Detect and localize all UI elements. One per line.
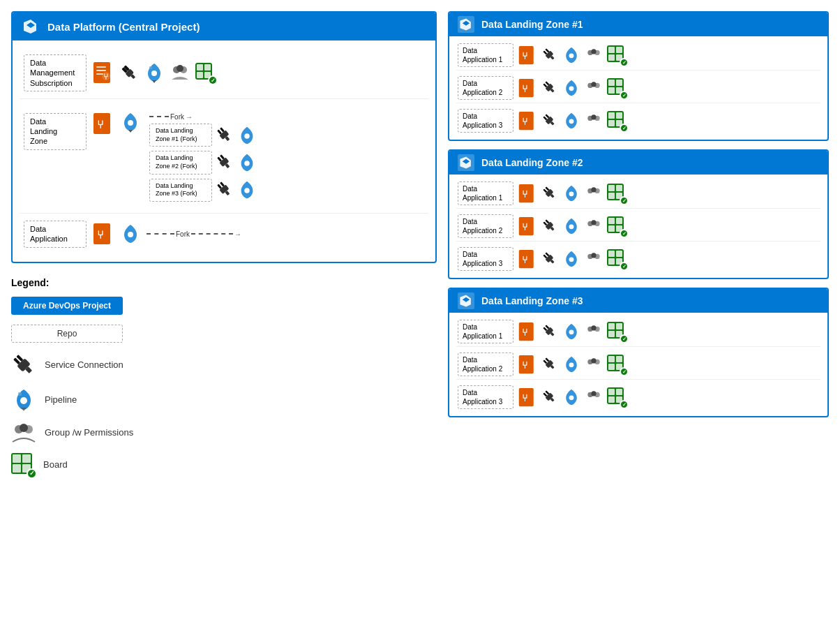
svg-point-63 — [569, 53, 574, 58]
fork-box-2: Data LandingZone #2 (Fork) — [149, 151, 212, 174]
lz1-app3-label: DataApplication 3 — [458, 109, 513, 133]
svg-rect-130 — [616, 218, 622, 224]
lz3-app1-board: ✓ — [607, 322, 627, 341]
landing-zone-2-header: Data Landing Zone #2 — [449, 151, 827, 175]
repo-icon-landing: ⑂ — [92, 112, 114, 135]
repo-icon-app: ⑂ — [92, 222, 114, 246]
lz3-app3-group — [585, 389, 603, 405]
plug-icon-mgmt — [120, 64, 138, 82]
svg-point-78 — [569, 86, 574, 91]
rocket-fork-2 — [237, 153, 257, 172]
lz2-app1-plug — [541, 185, 558, 202]
lz1-app-3: DataApplication 3 ⑂ ✓ — [456, 106, 820, 135]
plug-fork-1 — [215, 126, 234, 145]
lz3-app3-plug — [541, 389, 558, 406]
lz3-apps: DataApplication 1 ⑂ ✓ DataApplication 2 … — [449, 313, 827, 416]
svg-text:⑂: ⑂ — [97, 229, 104, 241]
fork-branch-2: Data LandingZone #2 (Fork) — [149, 151, 257, 174]
lz3-app2-label: DataApplication 2 — [458, 352, 513, 376]
fork-box-3: Data LandingZone #3 (Fork) — [149, 179, 212, 202]
group-icon-mgmt — [170, 64, 190, 81]
svg-rect-2 — [96, 66, 106, 68]
lz1-app3-rocket — [562, 112, 580, 130]
svg-point-93 — [569, 119, 574, 124]
lz1-app1-group — [585, 47, 603, 63]
svg-rect-114 — [608, 185, 615, 191]
lz2-app1-board: ✓ — [607, 184, 627, 203]
lz2-app3-label: DataApplication 3 — [458, 247, 513, 271]
lz2-app2-group — [585, 218, 603, 234]
svg-rect-83 — [608, 80, 615, 86]
lz2-app2-repo: ⑂ — [518, 216, 537, 237]
svg-point-173 — [591, 358, 596, 363]
fork-branch-3: Data LandingZone #3 (Fork) — [149, 179, 257, 202]
rocket-fork-1 — [237, 126, 257, 145]
svg-point-46 — [20, 397, 27, 404]
lz1-app2-label: DataApplication 2 — [458, 76, 513, 100]
svg-rect-3 — [96, 70, 106, 71]
lz2-app2-board: ✓ — [607, 216, 627, 236]
pipeline-legend-icon — [11, 387, 36, 413]
lz3-app-1: DataApplication 1 ⑂ ✓ — [456, 317, 820, 347]
svg-rect-24 — [217, 129, 222, 134]
legend-azure-devops: Azure DevOps Project — [11, 297, 437, 315]
svg-point-185 — [569, 395, 574, 400]
svg-point-41 — [128, 232, 133, 237]
lz3-app2-group — [585, 357, 603, 372]
legend-pipeline: Pipeline — [11, 387, 437, 413]
svg-rect-177 — [608, 364, 615, 370]
landing-zone-1-header: Data Landing Zone #1 — [449, 13, 827, 36]
svg-rect-69 — [616, 47, 622, 53]
lz1-app1-label: DataApplication 1 — [458, 43, 513, 67]
lz2-app3-repo: ⑂ — [518, 248, 537, 269]
svg-rect-176 — [616, 356, 622, 362]
svg-point-158 — [591, 325, 596, 330]
svg-rect-12 — [149, 66, 152, 69]
main-container: Data Platform (Central Project) DataMana… — [11, 11, 829, 477]
plug-fork-3 — [215, 180, 234, 200]
svg-text:⑂: ⑂ — [522, 359, 527, 371]
legend-service-conn: Service Connection — [11, 352, 437, 378]
fork-branch-1: Data LandingZone #1 (Fork) — [149, 124, 257, 147]
legend-group: Group /w Permissions — [11, 422, 437, 443]
lz3-app2-repo: ⑂ — [518, 354, 537, 375]
pipeline-icon-app — [120, 223, 141, 244]
svg-rect-175 — [608, 356, 615, 362]
lz3-app-3: DataApplication 3 ⑂ ✓ — [456, 383, 820, 412]
lz1-app3-plug — [541, 112, 558, 129]
svg-rect-34 — [217, 184, 222, 189]
lz2-app-1: DataApplication 1 ⑂ ✓ — [456, 179, 820, 209]
svg-point-127 — [591, 220, 596, 225]
lz2-app1-repo: ⑂ — [518, 183, 537, 204]
landing-zone-3: Data Landing Zone #3 DataApplication 1 ⑂… — [448, 288, 829, 417]
lz2-azure-icon — [458, 154, 474, 171]
service-conn-icon — [11, 352, 36, 378]
pipeline-icon-landing — [120, 112, 141, 133]
lz1-apps: DataApplication 1 ⑂ ✓ DataApplication 2 … — [449, 36, 827, 140]
lz1-app-2: DataApplication 2 ⑂ ✓ — [456, 73, 820, 103]
svg-text:⑂: ⑂ — [522, 327, 527, 338]
svg-rect-131 — [608, 225, 615, 232]
data-app-label: DataApplication — [24, 221, 87, 248]
lz2-app3-group — [585, 251, 603, 267]
legend-repo-box: Repo — [11, 325, 123, 343]
svg-point-124 — [569, 224, 574, 229]
board-icon-mgmt: ✓ — [195, 63, 215, 82]
lz2-app-3: DataApplication 3 ⑂ ✓ — [456, 244, 820, 274]
lz1-app3-board: ✓ — [607, 111, 627, 131]
svg-rect-100 — [608, 120, 615, 126]
lz3-app1-plug — [541, 323, 558, 340]
data-mgmt-section: DataManagementSubscription ⑂ — [20, 47, 428, 99]
legend-section: Legend: Azure DevOps Project Repo — [11, 277, 437, 477]
svg-point-112 — [591, 187, 596, 192]
svg-point-66 — [591, 49, 596, 54]
central-project-title: Data Platform (Central Project) — [47, 21, 200, 33]
pipeline-icon-mgmt — [144, 62, 165, 83]
lz1-app2-group — [585, 80, 603, 96]
svg-point-155 — [569, 329, 574, 334]
svg-text:⑂: ⑂ — [522, 116, 527, 127]
lz2-app2-plug — [541, 218, 558, 235]
fork-branches: Data LandingZone #1 (Fork) — [149, 124, 257, 202]
lz3-app3-repo: ⑂ — [518, 387, 537, 408]
lz2-apps: DataApplication 1 ⑂ ✓ DataApplication 2 … — [449, 175, 827, 278]
